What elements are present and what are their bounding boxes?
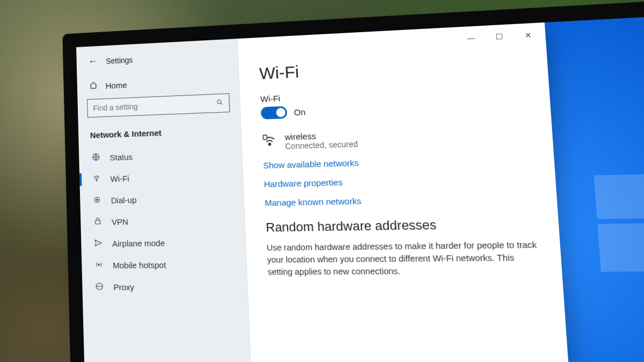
- proxy-icon: [94, 282, 105, 293]
- wifi-toggle[interactable]: [261, 106, 288, 120]
- hotspot-icon: [93, 260, 104, 271]
- settings-window: ← Settings Home Network & Internet: [76, 23, 569, 362]
- random-addresses-description: Use random hardware addresses to make it…: [266, 239, 539, 278]
- minimize-button[interactable]: —: [458, 29, 484, 46]
- current-network[interactable]: wireless Connected, secured: [262, 124, 530, 151]
- link-manage-known-networks[interactable]: Manage known networks: [265, 193, 535, 208]
- svg-point-6: [98, 264, 100, 265]
- back-button[interactable]: ←: [88, 56, 98, 68]
- home-label: Home: [106, 80, 127, 91]
- wifi-secured-icon: [262, 134, 277, 151]
- link-show-networks[interactable]: Show available networks: [263, 153, 532, 170]
- dialup-icon: [92, 195, 103, 206]
- maximize-button[interactable]: ☐: [487, 28, 513, 46]
- search-icon: [216, 99, 224, 108]
- svg-point-2: [96, 180, 97, 181]
- sidebar-item-label: VPN: [112, 217, 128, 226]
- laptop-screen: ← Settings Home Network & Internet: [76, 13, 644, 362]
- svg-point-4: [97, 199, 98, 201]
- sidebar-item-label: Mobile hotspot: [113, 260, 166, 270]
- wifi-icon: [91, 174, 102, 184]
- sidebar-item-label: Airplane mode: [112, 238, 165, 248]
- svg-rect-9: [263, 135, 267, 139]
- desktop-background: ← Settings Home Network & Internet: [76, 13, 644, 362]
- windows-logo: [594, 173, 644, 273]
- sidebar-item-label: Dial-up: [111, 195, 137, 205]
- sidebar-item-airplane[interactable]: Airplane mode: [81, 231, 246, 255]
- sidebar-item-vpn[interactable]: VPN: [80, 209, 245, 233]
- sidebar-item-proxy[interactable]: Proxy: [82, 276, 248, 298]
- settings-sidebar: ← Settings Home Network & Internet: [76, 39, 251, 362]
- sidebar-item-label: Status: [109, 152, 133, 162]
- home-icon: [89, 81, 98, 92]
- svg-point-8: [269, 143, 271, 145]
- sidebar-item-label: Wi-Fi: [110, 174, 129, 183]
- network-status: Connected, secured: [285, 139, 358, 151]
- vpn-icon: [92, 217, 103, 227]
- app-title: Settings: [106, 55, 133, 65]
- settings-content: — ☐ ✕ Wi-Fi Wi-Fi On: [238, 23, 569, 362]
- airplane-icon: [93, 239, 104, 249]
- wifi-toggle-state: On: [294, 107, 305, 117]
- close-button[interactable]: ✕: [515, 26, 541, 44]
- random-addresses-heading: Random hardware addresses: [266, 216, 536, 235]
- sidebar-item-wifi[interactable]: Wi-Fi: [79, 165, 243, 190]
- sidebar-item-dialup[interactable]: Dial-up: [80, 187, 244, 212]
- svg-point-0: [217, 100, 221, 104]
- globe-icon: [91, 152, 101, 163]
- page-title: Wi-Fi: [259, 51, 525, 83]
- link-hardware-properties[interactable]: Hardware properties: [264, 173, 533, 189]
- sidebar-item-hotspot[interactable]: Mobile hotspot: [82, 253, 247, 276]
- sidebar-item-label: Proxy: [113, 282, 134, 292]
- svg-rect-5: [95, 220, 100, 224]
- search-input[interactable]: [93, 99, 203, 113]
